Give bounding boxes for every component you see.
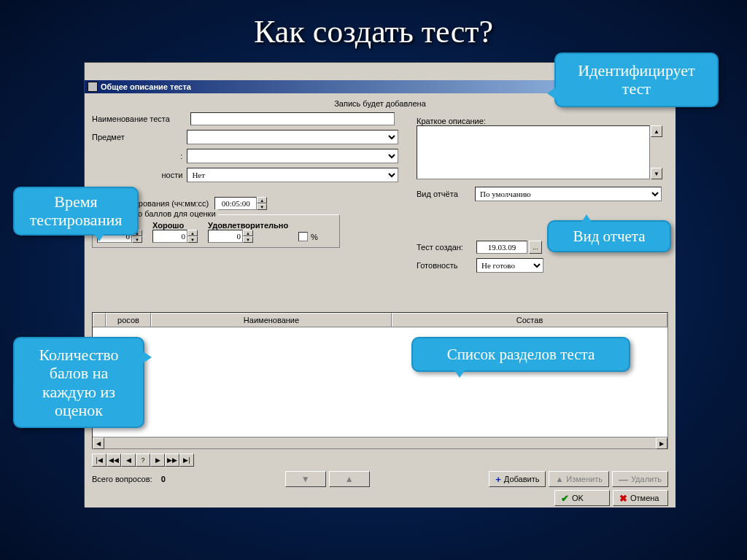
window-icon xyxy=(88,82,98,92)
percent-label: % xyxy=(311,233,318,241)
memo-scroll-down[interactable]: ▼ xyxy=(651,168,662,179)
label-test-name: Наименование теста xyxy=(92,114,190,123)
record-navigator: |◀ ◀◀ ◀ ? ▶ ▶▶ ▶| xyxy=(92,454,194,467)
time-down-button[interactable]: ▼ xyxy=(257,203,267,210)
cancel-button[interactable]: ✖ Отмена xyxy=(613,490,668,506)
label-level: ности xyxy=(92,171,187,179)
callout-identify: Идентифицирует тест xyxy=(554,52,719,107)
add-button-label: Добавить xyxy=(504,475,540,483)
time-spinner[interactable]: ▲ ▼ xyxy=(214,197,267,210)
slide-frame: Общее описание теста Запись будет добавл… xyxy=(84,62,675,507)
label-good: Хорошо xyxy=(152,221,198,230)
label-total-questions: Всего вопросов: xyxy=(92,475,152,483)
delete-button-label: Удалить xyxy=(631,475,662,483)
label-satisfactory: Удовлетворительно xyxy=(208,221,288,230)
plus-icon: + xyxy=(495,474,501,485)
hscroll-right[interactable]: ▶ xyxy=(656,438,667,449)
nav-last-button[interactable]: ▶| xyxy=(179,454,194,467)
good-down[interactable]: ▼ xyxy=(187,236,198,243)
ok-button[interactable]: ✔ OK xyxy=(554,490,610,506)
app-window: Общее описание теста Запись будет добавл… xyxy=(85,80,676,508)
subject-select[interactable] xyxy=(187,130,398,144)
edit-button[interactable]: ▲ Изменить xyxy=(549,471,609,487)
grid-header-marker xyxy=(93,313,106,327)
test-name-input[interactable] xyxy=(190,112,395,125)
callout-report: Вид отчета xyxy=(547,220,671,252)
hscroll-left[interactable]: ◀ xyxy=(93,438,104,449)
good-input[interactable] xyxy=(152,230,187,243)
short-desc-textarea[interactable] xyxy=(417,125,650,179)
check-icon: ✔ xyxy=(561,493,569,504)
level-select[interactable]: Нет xyxy=(187,168,398,182)
label-report-kind: Вид отчёта xyxy=(417,190,475,198)
report-kind-select[interactable]: По умолчанию xyxy=(475,187,662,201)
nav-next-button[interactable]: ▶ xyxy=(150,454,165,467)
edit-icon: ▲ xyxy=(555,475,563,483)
grid-header-comp[interactable]: Состав xyxy=(392,313,667,327)
ok-button-label: OK xyxy=(572,494,584,502)
dialog-buttons: ✔ OK ✖ Отмена xyxy=(554,490,668,506)
memo-scroll-up[interactable]: ▲ xyxy=(651,125,662,137)
slide-title: Как создать тест? xyxy=(0,0,747,58)
cancel-button-label: Отмена xyxy=(630,494,659,502)
label-created: Тест создан: xyxy=(417,243,476,252)
label-readiness: Готовность xyxy=(417,261,476,270)
edit-button-label: Изменить xyxy=(566,475,603,483)
sat-down[interactable]: ▼ xyxy=(243,236,253,243)
move-up-button[interactable]: ▲ xyxy=(329,471,370,487)
callout-scores: Количество балов на каждую из оценок xyxy=(13,337,144,428)
satisfactory-input[interactable] xyxy=(208,230,243,243)
good-up[interactable]: ▲ xyxy=(187,230,198,236)
nav-prevpage-button[interactable]: ◀◀ xyxy=(107,454,121,467)
bottom-toolbar: Всего вопросов: 0 ▼ ▲ + Добавить ▲ Измен… xyxy=(92,471,668,487)
percent-checkbox[interactable] xyxy=(298,232,308,241)
add-button[interactable]: + Добавить xyxy=(489,471,546,487)
field-select-1[interactable] xyxy=(187,149,398,163)
time-input[interactable] xyxy=(214,197,257,210)
grid-header-num[interactable]: росов xyxy=(106,313,151,327)
sections-grid[interactable]: росов Наименование Состав ◀ ▶ xyxy=(92,312,668,449)
label-short-desc: Краткое описание: xyxy=(417,117,665,125)
grid-header-name[interactable]: Наименование xyxy=(151,313,392,327)
total-questions-value: 0 xyxy=(161,475,166,483)
right-column: Краткое описание: ▲ ▼ Вид отчёта По умол… xyxy=(417,117,665,277)
created-date-input[interactable] xyxy=(476,241,527,254)
nav-first-button[interactable]: |◀ xyxy=(92,454,107,467)
label-subject: Предмет xyxy=(92,133,187,141)
minus-icon: — xyxy=(619,474,628,485)
date-picker-button[interactable]: ... xyxy=(529,241,542,254)
callout-time: Время тестирования xyxy=(13,187,139,236)
move-down-button[interactable]: ▼ xyxy=(285,471,326,487)
nav-prev-button[interactable]: ◀ xyxy=(121,454,136,467)
delete-button[interactable]: — Удалить xyxy=(612,471,668,487)
window-title: Общее описание теста xyxy=(101,82,191,91)
x-icon: ✖ xyxy=(619,493,627,504)
time-up-button[interactable]: ▲ xyxy=(257,197,267,203)
excellent-down[interactable]: ▼ xyxy=(132,236,142,243)
label-partial-1: : xyxy=(92,152,187,160)
grid-hscroll[interactable]: ◀ ▶ xyxy=(93,437,667,448)
nav-nextpage-button[interactable]: ▶▶ xyxy=(165,454,179,467)
grid-header: росов Наименование Состав xyxy=(93,313,667,327)
nav-help-button[interactable]: ? xyxy=(136,454,150,467)
sat-up[interactable]: ▲ xyxy=(243,230,253,236)
readiness-select[interactable]: Не готово xyxy=(476,258,543,273)
callout-sections: Список разделов теста xyxy=(411,337,630,372)
